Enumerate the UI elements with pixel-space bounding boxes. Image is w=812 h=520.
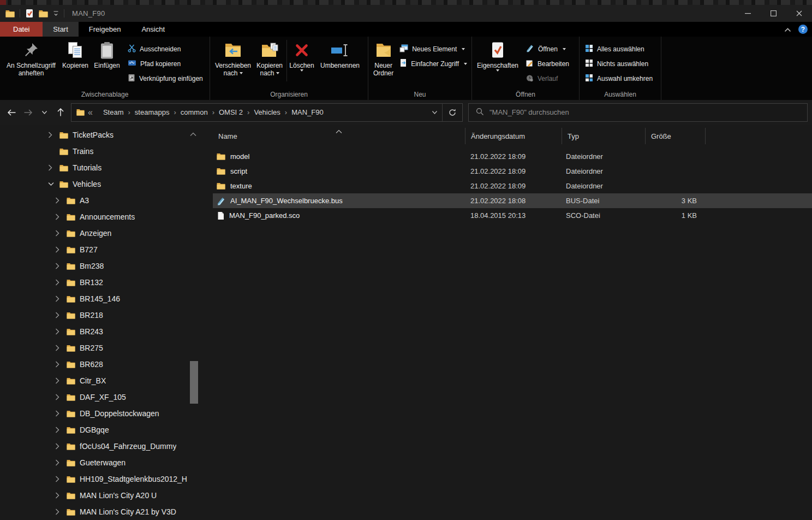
sort-ascending-icon[interactable] xyxy=(335,126,343,136)
easy-access-button[interactable]: Einfacher Zugriff xyxy=(395,56,471,71)
breadcrumb-item-vehicles[interactable]: Vehicles xyxy=(250,108,284,116)
chevron-right-icon[interactable] xyxy=(55,312,64,318)
chevron-right-icon[interactable] xyxy=(55,509,64,515)
maximize-button[interactable] xyxy=(761,5,786,22)
sidebar-scrollbar-thumb[interactable] xyxy=(190,361,198,404)
sidebar-item-daf-xf-105[interactable]: DAF_XF_105 xyxy=(0,389,201,405)
sidebar-item-b727[interactable]: B727 xyxy=(0,241,201,258)
file-row-man-f90-parked-sco[interactable]: MAN_F90_parked.sco18.04.2015 20:13SCO-Da… xyxy=(213,208,812,223)
sidebar-item-hh109-stadtgelenkbus2012-h[interactable]: HH109_Stadtgelenkbus2012_H xyxy=(0,471,201,487)
column-header-nderungsdatum[interactable]: Änderungsdatum xyxy=(465,128,562,144)
chevron-right-icon[interactable] xyxy=(55,197,64,204)
sidebar-item-gueterwagen[interactable]: Gueterwagen xyxy=(0,454,201,471)
tab-datei[interactable]: Datei xyxy=(0,22,43,37)
chevron-right-icon[interactable] xyxy=(48,132,57,138)
tab-start[interactable]: Start xyxy=(43,22,78,37)
sidebar-item-br275[interactable]: BR275 xyxy=(0,340,201,356)
sidebar-item-db-doppelstockwagen[interactable]: DB_Doppelstockwagen xyxy=(0,405,201,422)
breadcrumb-overflow-icon[interactable]: « xyxy=(85,108,95,117)
file-row-ai-man-f90-wechselbruecke-bus[interactable]: AI_MAN_F90_Wechselbruecke.bus21.02.2022 … xyxy=(213,193,812,208)
tab-freigeben[interactable]: Freigeben xyxy=(79,22,132,37)
forward-button[interactable] xyxy=(20,104,36,121)
minimize-button[interactable] xyxy=(735,5,761,22)
chevron-right-icon[interactable] xyxy=(55,246,64,253)
address-bar[interactable]: « Steam›steamapps›common›OMSI 2›Vehicles… xyxy=(71,103,463,122)
address-dropdown-icon[interactable] xyxy=(427,110,442,115)
sidebar-item-focus04-fahrzeug-dummy[interactable]: fOcUs04_Fahrzeug_Dummy xyxy=(0,438,201,454)
sidebar-item-br218[interactable]: BR218 xyxy=(0,307,201,323)
properties-button[interactable]: Eigenschaften xyxy=(474,37,521,85)
chevron-right-icon[interactable] xyxy=(55,476,64,482)
qat-new-folder-button[interactable] xyxy=(39,10,48,17)
sidebar-item-dgbgqe[interactable]: DGBgqe xyxy=(0,422,201,438)
file-row-texture[interactable]: texture21.02.2022 18:09Dateiordner xyxy=(213,179,812,193)
breadcrumb-item-omsi-2[interactable]: OMSI 2 xyxy=(215,108,247,116)
file-row-script[interactable]: script21.02.2022 18:09Dateiordner xyxy=(213,164,812,179)
chevron-right-icon[interactable] xyxy=(55,230,64,237)
column-header-typ[interactable]: Typ xyxy=(562,128,646,144)
sidebar-item-trains[interactable]: Trains xyxy=(0,143,201,159)
chevron-right-icon[interactable] xyxy=(55,377,64,384)
chevron-right-icon[interactable] xyxy=(55,443,64,450)
history-button[interactable]: Verlauf xyxy=(521,71,574,86)
chevron-right-icon[interactable] xyxy=(55,279,64,286)
close-button[interactable] xyxy=(786,5,812,22)
chevron-right-icon[interactable] xyxy=(55,427,64,433)
select-all-button[interactable]: Alles auswählen xyxy=(581,42,657,56)
rename-button[interactable]: Umbenennen xyxy=(317,37,363,85)
tab-ansicht[interactable]: Ansicht xyxy=(131,22,175,37)
help-icon[interactable]: ? xyxy=(798,25,808,34)
back-button[interactable] xyxy=(3,104,20,121)
chevron-right-icon[interactable] xyxy=(55,361,64,368)
sidebar-item-br628[interactable]: BR628 xyxy=(0,356,201,373)
sidebar-scroll-up-icon[interactable] xyxy=(189,129,197,139)
chevron-right-icon[interactable] xyxy=(55,328,64,335)
qat-properties-button[interactable] xyxy=(25,9,34,18)
breadcrumb-item-man-f90[interactable]: MAN_F90 xyxy=(288,108,327,116)
chevron-right-icon[interactable] xyxy=(55,263,64,269)
chevron-right-icon[interactable] xyxy=(55,459,64,466)
breadcrumb-item-common[interactable]: common xyxy=(177,108,212,116)
breadcrumb-item-steam[interactable]: Steam xyxy=(99,108,128,116)
chevron-right-icon[interactable] xyxy=(55,345,64,351)
search-input[interactable]: "MAN_F90" durchsuchen xyxy=(468,103,808,122)
sidebar-item-vehicles[interactable]: Vehicles xyxy=(0,176,201,192)
refresh-button[interactable] xyxy=(443,108,462,117)
sidebar-item-br132[interactable]: BR132 xyxy=(0,274,201,291)
chevron-right-icon[interactable] xyxy=(55,410,64,417)
pin-to-quick-access-button[interactable]: An Schnellzugriff anheften xyxy=(2,37,60,85)
sidebar-item-citr-bx[interactable]: Citr_BX xyxy=(0,373,201,389)
delete-button[interactable]: Löschen xyxy=(287,37,317,85)
file-row-model[interactable]: model21.02.2022 18:09Dateiordner xyxy=(213,149,812,164)
sidebar-item-tutorials[interactable]: Tutorials xyxy=(0,159,201,176)
sidebar-item-man-lion-s-city-a20-u[interactable]: MAN Lion's City A20 U xyxy=(0,487,201,504)
qat-customize-dropdown[interactable] xyxy=(53,11,59,16)
recent-locations-dropdown[interactable] xyxy=(36,104,52,121)
column-header-gr-e[interactable]: Größe xyxy=(646,128,706,144)
chevron-right-icon[interactable] xyxy=(55,214,64,220)
sidebar-item-bm238[interactable]: Bm238 xyxy=(0,258,201,274)
edit-button[interactable]: Bearbeiten xyxy=(521,56,574,71)
open-button[interactable]: Öffnen xyxy=(521,42,574,56)
sidebar-item-br145-146[interactable]: BR145_146 xyxy=(0,291,201,307)
cut-button[interactable]: Ausschneiden xyxy=(123,42,207,56)
up-button[interactable] xyxy=(52,104,69,121)
chevron-right-icon[interactable] xyxy=(55,492,64,499)
copy-button[interactable]: Kopieren xyxy=(60,37,91,85)
sidebar-item-br243[interactable]: BR243 xyxy=(0,323,201,340)
breadcrumb-item-steamapps[interactable]: steamapps xyxy=(131,108,174,116)
chevron-right-icon[interactable] xyxy=(55,394,64,400)
sidebar-item-anzeigen[interactable]: Anzeigen xyxy=(0,225,201,241)
copy-path-button[interactable]: Pfad kopieren xyxy=(123,56,207,71)
select-none-button[interactable]: Nichts auswählen xyxy=(581,56,657,71)
sidebar-item-ticketpacks[interactable]: TicketPacks xyxy=(0,127,201,143)
sidebar-item-man-lion-s-city-a21-by-v3d[interactable]: MAN Lion's City A21 by V3D xyxy=(0,504,201,520)
chevron-right-icon[interactable] xyxy=(55,296,64,302)
sidebar-item-announcements[interactable]: Announcements xyxy=(0,209,201,225)
invert-selection-button[interactable]: Auswahl umkehren xyxy=(581,71,657,86)
copy-to-button[interactable]: Kopieren nach xyxy=(253,37,286,85)
move-to-button[interactable]: Verschieben nach xyxy=(213,37,253,85)
chevron-down-icon[interactable] xyxy=(48,182,57,186)
new-folder-button[interactable]: Neuer Ordner xyxy=(372,37,395,85)
sidebar-item-a3[interactable]: A3 xyxy=(0,192,201,209)
